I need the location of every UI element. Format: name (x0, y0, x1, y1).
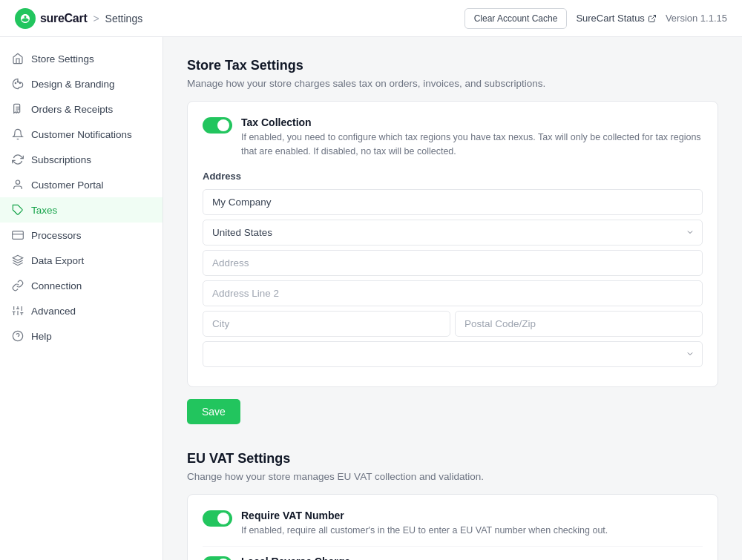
version-label: Version 1.1.15 (666, 13, 727, 24)
external-link-icon (648, 14, 657, 23)
require-vat-labels: Require VAT Number If enabled, require a… (241, 510, 703, 538)
credit-card-icon (12, 229, 24, 241)
tax-collection-title: Tax Collection (241, 116, 703, 128)
content-area: Store Tax Settings Manage how your store… (163, 37, 742, 560)
address-label: Address (203, 171, 703, 182)
sidebar-item-taxes[interactable]: Taxes (0, 197, 162, 223)
sidebar-label-store-settings: Store Settings (31, 53, 94, 65)
city-postal-row (203, 311, 703, 337)
layers-icon (12, 254, 24, 266)
require-vat-toggle[interactable] (203, 510, 232, 527)
sidebar-label-connection: Connection (31, 280, 82, 291)
local-reverse-toggle[interactable] (203, 556, 232, 560)
sidebar-item-subscriptions[interactable]: Subscriptions (0, 147, 162, 172)
sidebar-item-store-settings[interactable]: Store Settings (0, 46, 162, 71)
sidebar-item-data-export[interactable]: Data Export (0, 248, 162, 273)
svg-rect-8 (13, 231, 24, 240)
page-title: Settings (105, 13, 143, 24)
store-tax-title: Store Tax Settings (187, 58, 718, 73)
sliders-icon (12, 305, 24, 317)
sidebar-label-help: Help (31, 331, 52, 342)
sidebar-item-processors[interactable]: Processors (0, 223, 162, 248)
sidebar-label-advanced: Advanced (31, 306, 76, 317)
sidebar-label-orders-receipts: Orders & Receipts (31, 104, 113, 115)
local-reverse-slider (203, 556, 232, 560)
tax-collection-slider (203, 117, 232, 134)
store-tax-card: Tax Collection If enabled, you need to c… (187, 101, 718, 387)
sidebar: Store Settings Design & Branding Orders … (0, 37, 163, 560)
toggle-divider (203, 546, 703, 547)
header-left: sureCart > Settings (15, 8, 142, 29)
paint-icon (12, 78, 24, 90)
sidebar-label-customer-notifications: Customer Notifications (31, 129, 132, 140)
sidebar-label-data-export: Data Export (31, 255, 84, 266)
sidebar-label-customer-portal: Customer Portal (31, 179, 104, 191)
address-input[interactable] (203, 250, 703, 276)
clear-cache-button[interactable]: Clear Account Cache (464, 8, 568, 29)
require-vat-title: Require VAT Number (241, 510, 703, 521)
company-name-input[interactable] (203, 189, 703, 215)
sidebar-item-advanced[interactable]: Advanced (0, 298, 162, 323)
svg-point-20 (13, 331, 22, 340)
svg-marker-10 (13, 255, 22, 260)
state-select[interactable]: California New York Texas (203, 341, 703, 367)
tag-icon (12, 204, 24, 216)
main-layout: Store Settings Design & Branding Orders … (0, 37, 742, 560)
postal-code-input[interactable] (455, 311, 703, 337)
eu-vat-desc: Change how your store manages EU VAT col… (187, 471, 718, 482)
require-vat-row: Require VAT Number If enabled, require a… (203, 510, 703, 538)
tax-collection-row: Tax Collection If enabled, you need to c… (203, 116, 703, 159)
country-select[interactable]: United States Canada United Kingdom (203, 220, 703, 246)
tax-collection-toggle[interactable] (203, 117, 232, 134)
link-icon (12, 280, 24, 291)
store-tax-desc: Manage how your store charges sales tax … (187, 78, 718, 89)
store-icon (12, 53, 24, 65)
surecart-status-label: SureCart Status (576, 13, 645, 24)
breadcrumb-separator: > (93, 13, 99, 24)
address2-input[interactable] (203, 280, 703, 306)
local-reverse-row: Local Reverse Charge If enabled, apply r… (203, 556, 703, 560)
sidebar-item-customer-notifications[interactable]: Customer Notifications (0, 122, 162, 147)
logo-area: sureCart (15, 8, 87, 29)
sidebar-label-design-branding: Design & Branding (31, 79, 115, 90)
svg-point-0 (15, 82, 16, 83)
require-vat-slider (203, 510, 232, 527)
surecart-status-link[interactable]: SureCart Status (576, 13, 657, 24)
sidebar-label-processors: Processors (31, 230, 82, 241)
sidebar-label-taxes: Taxes (31, 205, 57, 216)
require-vat-desc: If enabled, require all customer's in th… (241, 524, 703, 538)
tax-collection-labels: Tax Collection If enabled, you need to c… (241, 116, 703, 159)
eu-vat-section: EU VAT Settings Change how your store ma… (187, 451, 718, 561)
logo-text: sureCart (40, 12, 87, 25)
top-header: sureCart > Settings Clear Account Cache … (0, 0, 742, 37)
sidebar-item-orders-receipts[interactable]: Orders & Receipts (0, 96, 162, 122)
svg-point-6 (16, 180, 19, 184)
svg-point-1 (17, 81, 18, 82)
surecart-logo-icon (15, 8, 36, 29)
local-reverse-labels: Local Reverse Charge If enabled, apply r… (241, 556, 703, 560)
store-tax-section: Store Tax Settings Manage how your store… (187, 58, 718, 424)
sidebar-item-customer-portal[interactable]: Customer Portal (0, 172, 162, 197)
sidebar-item-design-branding[interactable]: Design & Branding (0, 71, 162, 96)
bell-icon (12, 128, 24, 140)
address-section: Address United States Canada United King… (203, 171, 703, 372)
sidebar-item-connection[interactable]: Connection (0, 273, 162, 298)
header-right: Clear Account Cache SureCart Status Vers… (464, 8, 727, 29)
save-button[interactable]: Save (187, 399, 240, 424)
tax-collection-desc: If enabled, you need to configure which … (241, 131, 703, 159)
person-icon (12, 179, 24, 191)
local-reverse-title: Local Reverse Charge (241, 556, 703, 560)
svg-point-2 (19, 82, 20, 83)
refresh-icon (12, 154, 24, 165)
help-circle-icon (12, 330, 24, 342)
eu-vat-card: Require VAT Number If enabled, require a… (187, 494, 718, 561)
sidebar-label-subscriptions: Subscriptions (31, 154, 91, 165)
sidebar-item-help[interactable]: Help (0, 323, 162, 349)
city-input[interactable] (203, 311, 450, 337)
receipt-icon (12, 103, 24, 115)
eu-vat-title: EU VAT Settings (187, 451, 718, 467)
